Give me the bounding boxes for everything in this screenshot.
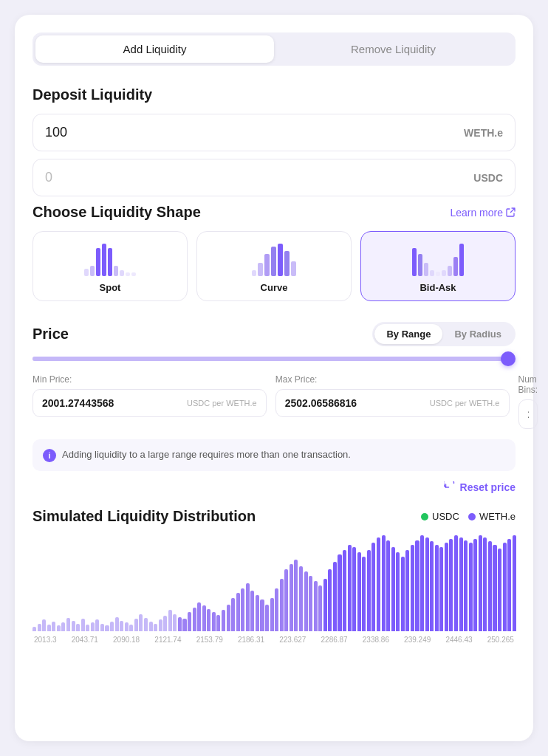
dist-bar xyxy=(348,545,352,631)
dist-bar xyxy=(265,605,269,631)
by-range-btn[interactable]: By Range xyxy=(374,324,442,344)
dist-bar xyxy=(197,602,201,631)
dist-bar xyxy=(333,562,337,631)
weth-input-row: WETH.e xyxy=(32,114,516,151)
dist-bar xyxy=(139,614,143,631)
dist-bar xyxy=(144,618,148,631)
dist-bar xyxy=(415,540,419,632)
sim-title: Simulated Liquidity Distribution xyxy=(32,508,256,525)
dist-bar xyxy=(352,547,356,631)
usdc-input[interactable] xyxy=(45,170,473,185)
dist-bar xyxy=(241,588,244,632)
curve-label: Curve xyxy=(261,282,288,293)
dist-bar xyxy=(294,560,298,632)
dist-bar xyxy=(464,540,467,632)
dist-bar xyxy=(52,622,55,631)
dist-bar xyxy=(284,569,288,632)
price-slider[interactable] xyxy=(32,357,516,361)
chart-labels: 2013.3 2043.71 2090.18 2121.74 2153.79 2… xyxy=(32,636,516,644)
bid-ask-chart xyxy=(412,244,464,276)
dist-bar xyxy=(125,622,129,631)
weth-input[interactable] xyxy=(45,125,464,140)
dist-bar xyxy=(435,545,439,631)
dist-bar xyxy=(396,552,400,631)
dist-bar xyxy=(260,599,264,631)
dist-bar xyxy=(227,605,230,631)
by-radius-btn[interactable]: By Radius xyxy=(442,324,513,344)
info-text: Adding liquidity to a large range requir… xyxy=(62,448,351,461)
dist-bar xyxy=(182,619,186,631)
sim-header: Simulated Liquidity Distribution USDC WE… xyxy=(32,508,516,525)
dist-bar xyxy=(66,618,70,631)
min-price-input[interactable] xyxy=(42,397,181,409)
dist-bar xyxy=(362,557,366,631)
dist-bar xyxy=(430,541,434,631)
dist-bar xyxy=(367,550,371,632)
slider-fill xyxy=(32,357,506,361)
learn-more-link[interactable]: Learn more xyxy=(450,207,516,219)
dist-bar xyxy=(343,550,346,632)
dist-bar xyxy=(405,550,409,632)
price-inputs-row: Min Price: USDC per WETH.e Max Price: US… xyxy=(32,374,516,429)
shape-header: Choose Liquidity Shape Learn more xyxy=(32,204,516,221)
dist-bar xyxy=(173,614,177,631)
dist-bar xyxy=(81,619,85,631)
dist-bar xyxy=(250,591,254,631)
max-price-input[interactable] xyxy=(285,397,424,409)
dist-bar xyxy=(280,579,284,632)
max-price-unit: USDC per WETH.e xyxy=(430,399,500,408)
min-price-label: Min Price: xyxy=(32,374,267,385)
dist-bar xyxy=(309,576,312,631)
dist-bar xyxy=(178,617,182,632)
num-bins-label: Num Bins: xyxy=(518,374,538,395)
price-title: Price xyxy=(32,326,69,343)
dist-bar xyxy=(91,622,95,631)
dist-bar xyxy=(439,547,443,631)
dist-bar xyxy=(323,579,327,632)
dist-bar xyxy=(61,622,65,631)
dist-bar xyxy=(498,549,501,631)
dist-bar xyxy=(420,535,424,631)
dist-bar xyxy=(120,621,123,631)
main-container: Add Liquidity Remove Liquidity Deposit L… xyxy=(15,15,533,741)
distribution-chart xyxy=(32,535,516,631)
reset-price-container: Reset price xyxy=(32,481,516,493)
dist-bar xyxy=(216,615,220,631)
dist-bar xyxy=(105,625,109,631)
dist-bar xyxy=(507,539,511,631)
num-bins-box xyxy=(518,399,538,429)
add-liquidity-tab[interactable]: Add Liquidity xyxy=(35,35,274,63)
spot-shape-card[interactable]: Spot xyxy=(32,231,188,301)
range-toggle: By Range By Radius xyxy=(372,322,516,346)
dist-bar xyxy=(95,619,99,631)
num-bins-group: Num Bins: xyxy=(518,374,538,429)
usdc-legend-label: USDC xyxy=(432,511,459,522)
bid-ask-shape-card[interactable]: Bid-Ask xyxy=(360,231,516,301)
weth-token-label: WETH.e xyxy=(464,127,503,139)
dist-bar xyxy=(222,610,225,631)
dist-bar xyxy=(411,545,414,631)
dist-bar xyxy=(459,537,463,631)
max-price-box: USDC per WETH.e xyxy=(275,389,510,417)
slider-track xyxy=(32,357,516,361)
dist-bar xyxy=(163,616,167,631)
remove-liquidity-tab[interactable]: Remove Liquidity xyxy=(274,35,513,63)
dist-bar xyxy=(275,588,278,632)
reset-price-btn[interactable]: Reset price xyxy=(444,481,516,493)
weth-legend-label: WETH.e xyxy=(479,511,516,522)
dist-bar xyxy=(188,612,191,631)
legend: USDC WETH.e xyxy=(421,511,516,522)
curve-shape-card[interactable]: Curve xyxy=(196,231,352,301)
min-price-group: Min Price: USDC per WETH.e xyxy=(32,374,267,429)
dist-bar xyxy=(246,583,250,631)
num-bins-input[interactable] xyxy=(528,408,529,420)
slider-thumb[interactable] xyxy=(501,351,516,366)
curve-chart xyxy=(252,244,296,276)
dist-bar xyxy=(318,585,322,631)
dist-bar xyxy=(86,625,89,631)
dist-bar xyxy=(425,537,429,631)
shape-title: Choose Liquidity Shape xyxy=(32,204,201,221)
info-icon: i xyxy=(43,449,56,462)
dist-bar xyxy=(38,624,41,631)
dist-bar xyxy=(357,552,361,631)
